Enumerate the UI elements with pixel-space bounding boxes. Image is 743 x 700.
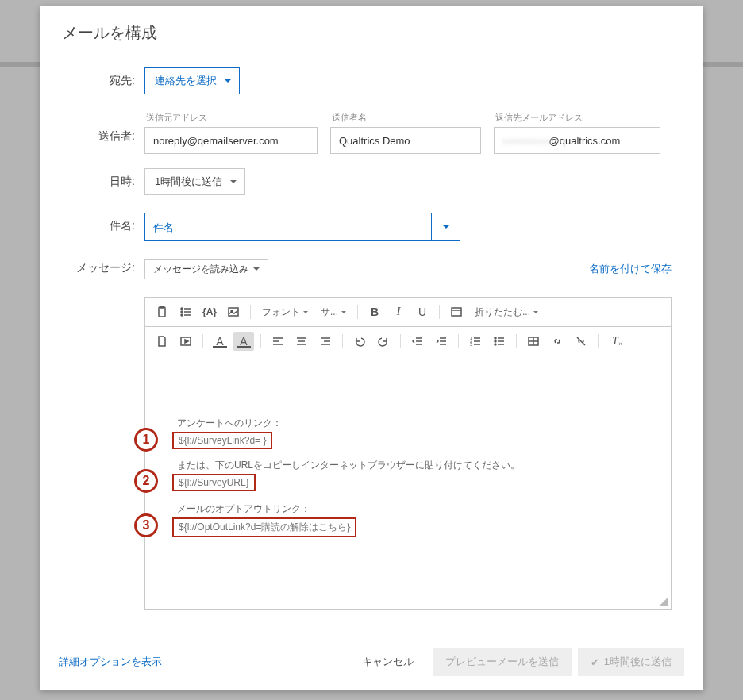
align-right-icon[interactable] bbox=[315, 332, 336, 351]
svg-point-39 bbox=[495, 344, 496, 345]
message-label: メッセージ: bbox=[71, 259, 144, 276]
subject-input[interactable] bbox=[145, 213, 431, 240]
clear-format-icon[interactable]: T× bbox=[605, 332, 626, 351]
send-time-dropdown[interactable]: 1時間後に送信 bbox=[144, 168, 245, 195]
paste-icon[interactable] bbox=[152, 302, 172, 321]
bg-color-icon[interactable]: A bbox=[233, 332, 254, 351]
to-label: 宛先: bbox=[71, 67, 144, 88]
subject-field bbox=[144, 213, 460, 241]
piped-text-icon[interactable]: {A} bbox=[199, 302, 220, 321]
svg-point-6 bbox=[181, 314, 183, 316]
image-icon[interactable] bbox=[223, 302, 244, 321]
svg-point-4 bbox=[181, 311, 183, 313]
reply-to-sublabel: 返信先メールアドレス bbox=[494, 112, 660, 124]
text-color-icon[interactable]: A bbox=[210, 332, 230, 351]
optout-link-placeholder: ${l://OptOutLink?d=購読の解除はこちら} bbox=[172, 517, 356, 537]
resize-handle[interactable] bbox=[658, 596, 669, 607]
send-time-value: 1時間後に送信 bbox=[155, 175, 222, 189]
redo-icon[interactable] bbox=[373, 332, 394, 351]
numbered-list-icon[interactable]: 123 bbox=[465, 332, 486, 351]
save-as-link[interactable]: 名前を付けて保存 bbox=[589, 262, 672, 276]
italic-icon[interactable]: I bbox=[388, 302, 409, 321]
undo-icon[interactable] bbox=[349, 332, 370, 351]
subject-dropdown-button[interactable] bbox=[431, 213, 460, 240]
from-label: 送信者: bbox=[71, 112, 144, 144]
svg-text:3: 3 bbox=[470, 342, 472, 347]
svg-marker-13 bbox=[185, 340, 188, 343]
load-message-dropdown[interactable]: メッセージを読み込み bbox=[144, 259, 268, 279]
subject-label: 件名: bbox=[71, 213, 144, 233]
editor-toolbar-row-2: A A 123 bbox=[145, 327, 671, 356]
collapse-toolbar[interactable]: 折りたたむ... bbox=[470, 302, 543, 321]
or-paste-note: または、下のURLをコピーしインターネットブラウザーに貼り付けてください。 bbox=[177, 459, 652, 472]
send-button-label: 1時間後に送信 bbox=[604, 655, 672, 669]
svg-rect-10 bbox=[452, 308, 461, 316]
survey-link-placeholder: ${l://SurveyLink?d= } bbox=[172, 432, 272, 449]
bullet-list-icon[interactable] bbox=[175, 302, 196, 321]
annotation-badge-1: 1 bbox=[134, 428, 158, 452]
modal-title: メールを構成 bbox=[40, 6, 703, 56]
unlink-icon[interactable] bbox=[571, 332, 591, 351]
from-address-input[interactable] bbox=[144, 127, 318, 154]
survey-link-heading: アンケートへのリンク： bbox=[177, 417, 652, 430]
bold-icon[interactable]: B bbox=[364, 302, 385, 321]
modal-footer: 詳細オプションを表示 キャンセル プレビューメールを送信 ✔ 1時間後に送信 bbox=[40, 633, 703, 690]
align-center-icon[interactable] bbox=[291, 332, 312, 351]
cancel-button[interactable]: キャンセル bbox=[349, 648, 426, 676]
reply-to-input[interactable]: xxxxxxxxx@qualtrics.com bbox=[494, 127, 660, 154]
source-icon[interactable] bbox=[446, 302, 467, 321]
from-name-sublabel: 送信者名 bbox=[330, 112, 481, 124]
editor-body[interactable]: アンケートへのリンク： 1 ${l://SurveyLink?d= } または、… bbox=[145, 356, 671, 609]
compose-email-modal: メールを構成 宛先: 連絡先を選択 送信者: 送信元アドレス bbox=[40, 6, 703, 690]
when-label: 日時: bbox=[71, 168, 144, 189]
svg-point-2 bbox=[181, 308, 183, 310]
send-button[interactable]: ✔ 1時間後に送信 bbox=[578, 648, 684, 676]
new-page-icon[interactable] bbox=[152, 332, 172, 351]
svg-point-35 bbox=[495, 337, 496, 339]
align-left-icon[interactable] bbox=[268, 332, 288, 351]
svg-point-37 bbox=[495, 340, 496, 342]
bullet-list2-icon[interactable] bbox=[489, 332, 510, 351]
indent-icon[interactable] bbox=[431, 332, 452, 351]
font-family-dropdown[interactable]: フォント bbox=[257, 302, 313, 321]
font-size-dropdown[interactable]: サ... bbox=[316, 302, 351, 321]
editor-toolbar-row-1: {A} フォント サ... B I U 折りたたむ... bbox=[145, 298, 671, 327]
advanced-options-link[interactable]: 詳細オプションを表示 bbox=[59, 655, 162, 669]
embed-icon[interactable] bbox=[175, 332, 196, 351]
send-preview-button[interactable]: プレビューメールを送信 bbox=[433, 648, 572, 676]
link-icon[interactable] bbox=[547, 332, 568, 351]
from-address-sublabel: 送信元アドレス bbox=[144, 112, 318, 124]
reply-to-value: @qualtrics.com bbox=[549, 135, 621, 147]
survey-url-placeholder: ${l://SurveyURL} bbox=[172, 474, 256, 491]
underline-icon[interactable]: U bbox=[412, 302, 433, 321]
select-contacts-label: 連絡先を選択 bbox=[155, 74, 217, 88]
annotation-badge-3: 3 bbox=[134, 513, 158, 537]
select-contacts-dropdown[interactable]: 連絡先を選択 bbox=[144, 67, 240, 94]
table-icon[interactable] bbox=[523, 332, 544, 351]
rich-text-editor: {A} フォント サ... B I U 折りたたむ... bbox=[144, 297, 672, 610]
annotation-badge-2: 2 bbox=[134, 469, 158, 493]
load-message-label: メッセージを読み込み bbox=[153, 263, 248, 276]
optout-heading: メールのオプトアウトリンク： bbox=[177, 502, 652, 516]
from-name-input[interactable] bbox=[330, 127, 481, 154]
check-icon: ✔ bbox=[591, 656, 599, 668]
outdent-icon[interactable] bbox=[407, 332, 428, 351]
svg-rect-0 bbox=[159, 307, 165, 317]
